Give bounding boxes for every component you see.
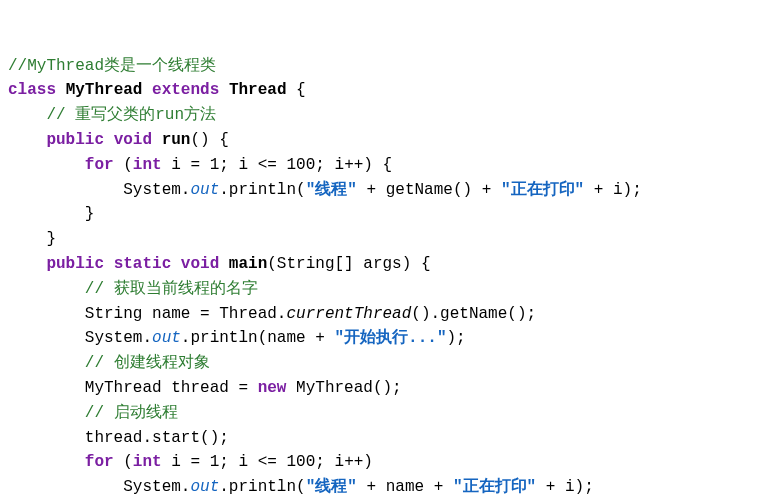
var-i: i <box>565 478 575 496</box>
string-lit: "正在打印" <box>453 478 536 496</box>
string-lit: "正在打印" <box>501 181 584 199</box>
var-i: i <box>335 453 345 471</box>
brace: } <box>85 205 95 223</box>
string-lit: "线程" <box>306 181 357 199</box>
init: = 1; <box>181 453 239 471</box>
op-plus: + <box>424 478 453 496</box>
id-string: String <box>85 305 143 323</box>
keyword-int: int <box>133 156 162 174</box>
comment-line: // 创建线程对象 <box>85 354 210 372</box>
keyword-for: for <box>85 453 114 471</box>
stmt-end: ); <box>575 478 594 496</box>
call-start: thread.start(); <box>85 429 229 447</box>
op-eq: = <box>229 379 258 397</box>
comment-line: //MyThread类是一个线程类 <box>8 57 216 75</box>
string-lit: "线程" <box>306 478 357 496</box>
call-println: .println( <box>219 181 305 199</box>
keyword-new: new <box>258 379 287 397</box>
id-system: System. <box>85 329 152 347</box>
code-block: //MyThread类是一个线程类 class MyThread extends… <box>8 54 755 500</box>
paren: ( <box>123 453 133 471</box>
inc: ++ <box>344 156 363 174</box>
method-main: main <box>229 255 267 273</box>
call-println: .println( <box>219 478 305 496</box>
id-mythread: MyThread <box>85 379 162 397</box>
paren: ( <box>123 156 133 174</box>
op-plus: + <box>357 181 386 199</box>
call-getname: getName() <box>386 181 472 199</box>
cond: <= 100; <box>248 453 334 471</box>
op-plus: + <box>536 478 565 496</box>
brace: { <box>219 131 229 149</box>
var-i: i <box>238 156 248 174</box>
init: = 1; <box>181 156 239 174</box>
id-thread-class: Thread. <box>219 305 286 323</box>
keyword-for: for <box>85 156 114 174</box>
class-name: MyThread <box>66 81 143 99</box>
keyword-public: public <box>46 131 104 149</box>
main-params: (String[] args) <box>267 255 411 273</box>
keyword-static: static <box>114 255 172 273</box>
paren: ) <box>363 453 373 471</box>
op-plus: + <box>472 181 501 199</box>
field-out: out <box>190 181 219 199</box>
base-class: Thread <box>229 81 287 99</box>
comment-line: // 获取当前线程的名字 <box>85 280 258 298</box>
paren: ) <box>363 156 373 174</box>
call-println: .println( <box>181 329 267 347</box>
var-name: name <box>267 329 305 347</box>
var-i: i <box>335 156 345 174</box>
string-lit: "开始执行..." <box>334 329 446 347</box>
call-currentthread: currentThread <box>286 305 411 323</box>
var-name: name <box>152 305 190 323</box>
var-i: i <box>171 156 181 174</box>
var-thread: thread <box>171 379 229 397</box>
stmt-end: ); <box>447 329 466 347</box>
keyword-void: void <box>181 255 219 273</box>
op-plus: + <box>306 329 335 347</box>
var-i: i <box>613 181 623 199</box>
keyword-extends: extends <box>152 81 219 99</box>
keyword-class: class <box>8 81 56 99</box>
brace: { <box>383 156 393 174</box>
var-i: i <box>238 453 248 471</box>
method-run: run <box>162 131 191 149</box>
op-eq: = <box>190 305 219 323</box>
stmt-end: ); <box>623 181 642 199</box>
id-system: System. <box>123 478 190 496</box>
field-out: out <box>190 478 219 496</box>
var-i: i <box>171 453 181 471</box>
call-tail: ().getName(); <box>411 305 536 323</box>
var-name: name <box>386 478 424 496</box>
parens: () <box>190 131 209 149</box>
keyword-void: void <box>114 131 152 149</box>
op-plus: + <box>357 478 386 496</box>
inc: ++ <box>344 453 363 471</box>
id-system: System. <box>123 181 190 199</box>
ctor-call: MyThread(); <box>296 379 402 397</box>
comment-line: // 启动线程 <box>85 404 178 422</box>
cond: <= 100; <box>248 156 334 174</box>
brace: } <box>46 230 56 248</box>
keyword-public: public <box>46 255 104 273</box>
brace: { <box>296 81 306 99</box>
field-out: out <box>152 329 181 347</box>
brace: { <box>421 255 431 273</box>
keyword-int: int <box>133 453 162 471</box>
comment-line: // 重写父类的run方法 <box>46 106 216 124</box>
op-plus: + <box>584 181 613 199</box>
